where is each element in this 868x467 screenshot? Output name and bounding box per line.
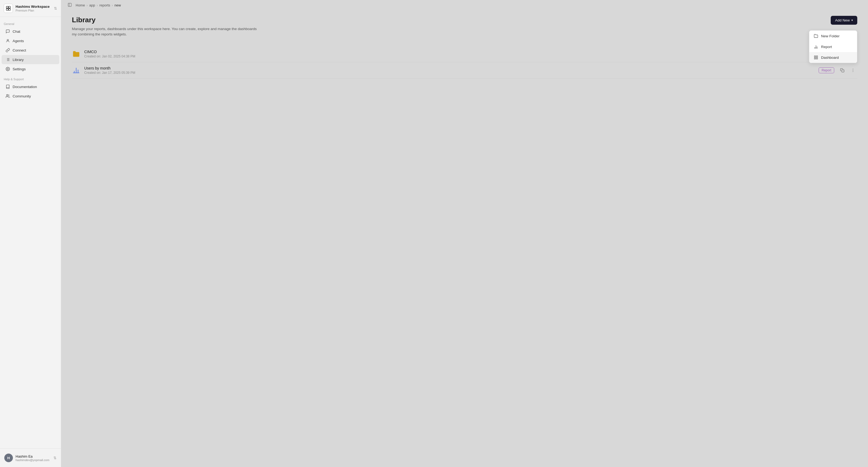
svg-rect-3 bbox=[8, 8, 10, 10]
sidebar-item-documentation[interactable]: Documentation bbox=[2, 82, 59, 91]
svg-point-21 bbox=[853, 71, 853, 72]
sidebar-item-agents[interactable]: Agents bbox=[2, 36, 59, 46]
file-name-cimco: CIMCO bbox=[84, 50, 857, 54]
svg-rect-29 bbox=[814, 58, 816, 59]
breadcrumb-sep-3: › bbox=[112, 3, 113, 7]
file-date-cimco: Created on: Jan 02, 2025 04:38 PM bbox=[84, 55, 857, 58]
sidebar: Hashims Workspace Premium Plan ⇅ General… bbox=[0, 0, 61, 467]
sidebar-item-documentation-label: Documentation bbox=[12, 85, 37, 89]
more-options-button[interactable] bbox=[849, 66, 857, 75]
svg-point-12 bbox=[6, 94, 8, 96]
sidebar-item-chat[interactable]: Chat bbox=[2, 27, 59, 36]
breadcrumb-reports[interactable]: reports bbox=[99, 3, 110, 7]
sidebar-item-connect[interactable]: Connect bbox=[2, 46, 59, 55]
workspace-info: Hashims Workspace Premium Plan bbox=[4, 4, 50, 13]
chat-icon bbox=[5, 29, 10, 34]
agents-icon bbox=[5, 38, 10, 43]
page-description: Manage your reports, dashboards under th… bbox=[72, 26, 260, 37]
sidebar-footer: H Hashim Ea hashimdev@yopmail.com ⇅ bbox=[0, 448, 61, 467]
dropdown-report-label: Report bbox=[821, 45, 832, 49]
breadcrumb-current: new bbox=[115, 3, 121, 7]
svg-rect-13 bbox=[68, 3, 71, 6]
documentation-icon bbox=[5, 84, 10, 89]
add-new-dropdown: New Folder Report bbox=[809, 30, 857, 63]
svg-rect-2 bbox=[6, 8, 8, 10]
workspace-plan: Premium Plan bbox=[16, 9, 50, 12]
user-email: hashimdev@yopmail.com bbox=[16, 459, 51, 462]
dropdown-report-icon bbox=[813, 44, 818, 49]
dropdown-dashboard-icon bbox=[813, 55, 818, 60]
breadcrumb-sep-1: › bbox=[87, 3, 88, 7]
new-folder-icon bbox=[813, 33, 818, 38]
dropdown-new-folder[interactable]: New Folder bbox=[809, 31, 857, 41]
report-chart-icon bbox=[72, 66, 81, 75]
file-date-users-by-month: Created on: Jan 17, 2025 05:39 PM bbox=[84, 71, 815, 75]
dropdown-dashboard[interactable]: Dashboard bbox=[809, 52, 857, 63]
add-new-chevron-icon: ▾ bbox=[851, 19, 853, 22]
file-item-cimco[interactable]: CIMCO Created on: Jan 02, 2025 04:38 PM bbox=[72, 46, 857, 62]
add-new-button[interactable]: Add New ▾ bbox=[831, 16, 857, 25]
community-icon bbox=[5, 94, 10, 98]
sidebar-item-community[interactable]: Community bbox=[2, 91, 59, 100]
svg-rect-1 bbox=[8, 6, 10, 8]
dropdown-report[interactable]: Report bbox=[809, 41, 857, 52]
workspace-text: Hashims Workspace Premium Plan bbox=[16, 5, 50, 12]
sidebar-item-chat-label: Chat bbox=[12, 30, 20, 33]
page-header: Library Manage your reports, dashboards … bbox=[72, 16, 260, 37]
file-item-users-by-month[interactable]: Users by month Created on: Jan 17, 2025 … bbox=[72, 62, 857, 79]
svg-point-4 bbox=[7, 39, 8, 41]
user-profile[interactable]: H Hashim Ea hashimdev@yopmail.com ⇅ bbox=[2, 451, 59, 464]
file-type-badge-report: Report bbox=[819, 67, 834, 73]
sidebar-nav: General Chat Agents bbox=[0, 17, 61, 448]
file-list: CIMCO Created on: Jan 02, 2025 04:38 PM … bbox=[72, 46, 857, 79]
sidebar-item-agents-label: Agents bbox=[12, 39, 24, 43]
user-details: Hashim Ea hashimdev@yopmail.com bbox=[16, 455, 51, 462]
svg-point-11 bbox=[7, 68, 8, 69]
breadcrumb: Home › app › reports › new bbox=[61, 0, 868, 10]
svg-point-20 bbox=[853, 70, 853, 70]
svg-point-19 bbox=[853, 69, 853, 69]
file-name-users-by-month: Users by month bbox=[84, 66, 815, 70]
copy-button[interactable] bbox=[838, 66, 846, 75]
sidebar-header: Hashims Workspace Premium Plan ⇅ bbox=[0, 0, 61, 17]
svg-rect-28 bbox=[816, 58, 817, 59]
page-title: Library bbox=[72, 16, 260, 24]
folder-icon bbox=[72, 50, 81, 58]
sidebar-item-library[interactable]: Library bbox=[2, 55, 59, 64]
logo-icon bbox=[6, 6, 11, 11]
breadcrumb-sep-2: › bbox=[97, 3, 98, 7]
breadcrumb-app[interactable]: app bbox=[89, 3, 95, 7]
sidebar-item-settings-label: Settings bbox=[12, 67, 26, 71]
dropdown-dashboard-label: Dashboard bbox=[821, 56, 839, 60]
workspace-name: Hashims Workspace bbox=[16, 5, 50, 9]
svg-rect-0 bbox=[6, 6, 8, 8]
svg-rect-27 bbox=[816, 56, 817, 57]
content-area: Library Manage your reports, dashboards … bbox=[61, 10, 868, 467]
breadcrumb-home[interactable]: Home bbox=[75, 3, 85, 7]
sidebar-item-connect-label: Connect bbox=[12, 48, 26, 52]
main-content: Home › app › reports › new Library Manag… bbox=[61, 0, 868, 467]
file-actions-users-by-month bbox=[838, 66, 857, 75]
user-avatar: H bbox=[4, 454, 13, 462]
file-info-cimco: CIMCO Created on: Jan 02, 2025 04:38 PM bbox=[84, 50, 857, 58]
file-info-users-by-month: Users by month Created on: Jan 17, 2025 … bbox=[84, 66, 815, 75]
help-support-label: Help & Support bbox=[0, 74, 61, 82]
workspace-logo bbox=[4, 4, 13, 13]
connect-icon bbox=[5, 48, 10, 53]
content-header: Library Manage your reports, dashboards … bbox=[72, 16, 857, 44]
general-label: General bbox=[0, 19, 61, 27]
dropdown-new-folder-label: New Folder bbox=[821, 34, 840, 38]
library-icon bbox=[5, 57, 10, 62]
sidebar-item-library-label: Library bbox=[12, 58, 24, 62]
user-expand-icon[interactable]: ⇅ bbox=[53, 456, 57, 460]
sidebar-item-settings[interactable]: Settings bbox=[2, 64, 59, 74]
workspace-expand-icon[interactable]: ⇅ bbox=[54, 6, 57, 10]
sidebar-toggle-icon[interactable] bbox=[68, 3, 72, 8]
svg-rect-26 bbox=[814, 56, 816, 57]
sidebar-item-community-label: Community bbox=[12, 94, 31, 98]
user-name: Hashim Ea bbox=[16, 455, 51, 459]
svg-rect-18 bbox=[842, 70, 844, 72]
settings-icon bbox=[5, 66, 10, 71]
